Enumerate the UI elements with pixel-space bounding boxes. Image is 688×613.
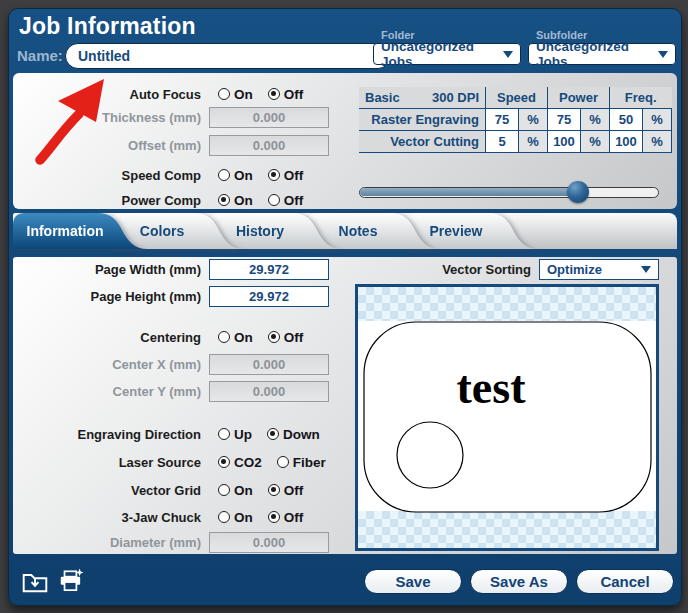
radio-label: On (234, 193, 253, 208)
slider-fill (360, 188, 575, 196)
page-height-value: 29.972 (249, 289, 289, 304)
vector-cutting-label: Vector Cutting (359, 131, 486, 153)
radio-icon (218, 511, 230, 523)
percent-unit: % (519, 131, 548, 153)
folder-dropdown[interactable]: Uncategorized Jobs (373, 43, 521, 65)
folder-value: Uncategorized Jobs (381, 39, 503, 69)
raster-speed-value[interactable]: 75 (486, 109, 519, 131)
dialog-title: Job Information (19, 13, 196, 40)
percent-unit: % (581, 131, 610, 153)
preview-rounded-rect (364, 322, 651, 512)
information-tab-panel: Page Width (mm) 29.972 Page Height (mm) … (13, 257, 677, 554)
center-x-input[interactable]: 0.000 (209, 354, 329, 375)
centering-label: Centering (13, 330, 201, 345)
page-width-label: Page Width (mm) (13, 262, 201, 277)
radio-label: Down (283, 427, 320, 442)
print-job-icon[interactable] (57, 567, 85, 595)
job-preview-canvas[interactable]: test (355, 284, 659, 551)
vector-sorting-value: Optimize (547, 262, 602, 277)
tab-information[interactable]: Information (13, 213, 147, 249)
radio-selected-icon (267, 428, 279, 440)
tab-strip: Information Colors History Notes Preview (13, 213, 677, 249)
percent-unit: % (643, 109, 672, 131)
radio-selected-icon (268, 511, 280, 523)
radio-selected-icon (218, 456, 230, 468)
job-information-dialog: Job Information Name: Untitled Folder Un… (8, 8, 682, 606)
vector-speed-value[interactable]: 5 (486, 131, 519, 153)
jaw-chuck-on-radio[interactable]: On (218, 510, 253, 525)
save-label: Save (395, 573, 430, 590)
auto-focus-on-radio[interactable]: On (218, 87, 253, 102)
thickness-label: Thickness (mm) (13, 110, 201, 125)
table-header-row: Basic 300 DPI Speed Power Freq. (359, 87, 672, 109)
screen-background: Job Information Name: Untitled Folder Un… (0, 0, 688, 613)
jaw-chuck-label: 3-Jaw Chuck (13, 510, 201, 525)
mode-label: Basic (365, 90, 400, 105)
table-row: Vector Cutting 5 % 100 % 100 % (359, 131, 672, 153)
save-button[interactable]: Save (364, 569, 462, 594)
power-comp-label: Power Comp (13, 193, 201, 208)
cancel-button[interactable]: Cancel (576, 569, 674, 594)
power-comp-on-radio[interactable]: On (218, 193, 253, 208)
vector-sorting-label: Vector Sorting (359, 262, 531, 277)
power-slider[interactable] (359, 181, 659, 203)
offset-label: Offset (mm) (13, 138, 201, 153)
page-width-input[interactable]: 29.972 (209, 259, 329, 280)
power-comp-off-radio[interactable]: Off (268, 193, 304, 208)
speed-comp-on-radio[interactable]: On (218, 168, 253, 183)
slider-thumb[interactable] (567, 181, 589, 203)
speed-column-header: Speed (486, 87, 548, 109)
radio-icon (218, 428, 230, 440)
direction-up-radio[interactable]: Up (218, 427, 252, 442)
page-height-label: Page Height (mm) (13, 289, 201, 304)
raster-freq-value[interactable]: 50 (610, 109, 643, 131)
speed-comp-off-radio[interactable]: Off (268, 168, 304, 183)
laser-fiber-radio[interactable]: Fiber (277, 455, 326, 470)
offset-input[interactable]: 0.000 (209, 135, 329, 156)
name-input[interactable]: Untitled (65, 43, 391, 69)
auto-focus-label: Auto Focus (13, 87, 201, 102)
page-height-input[interactable]: 29.972 (209, 286, 329, 307)
radio-icon (268, 194, 280, 206)
offset-value: 0.000 (253, 138, 286, 153)
vector-sorting-dropdown[interactable]: Optimize (539, 259, 659, 280)
radio-label: Off (284, 510, 304, 525)
radio-label: CO2 (234, 455, 262, 470)
auto-focus-off-radio[interactable]: Off (268, 87, 304, 102)
subfolder-dropdown[interactable]: Uncategorized Jobs (528, 43, 676, 65)
chevron-down-icon (641, 266, 651, 273)
center-x-label: Center X (mm) (13, 357, 201, 372)
center-y-input[interactable]: 0.000 (209, 381, 329, 402)
radio-selected-icon (268, 88, 280, 100)
center-y-label: Center Y (mm) (13, 384, 201, 399)
diameter-input[interactable]: 0.000 (209, 532, 329, 553)
engraving-direction-label: Engraving Direction (13, 427, 201, 442)
radio-selected-icon (268, 484, 280, 496)
chevron-down-icon (503, 51, 513, 58)
dpi-label: 300 DPI (432, 90, 479, 105)
radio-icon (218, 88, 230, 100)
name-label: Name: (17, 47, 63, 64)
direction-down-radio[interactable]: Down (267, 427, 320, 442)
centering-off-radio[interactable]: Off (268, 330, 304, 345)
centering-on-radio[interactable]: On (218, 330, 253, 345)
jaw-chuck-off-radio[interactable]: Off (268, 510, 304, 525)
power-settings-table: Basic 300 DPI Speed Power Freq. Raster E… (359, 87, 672, 153)
vector-grid-on-radio[interactable]: On (218, 483, 253, 498)
laser-co2-radio[interactable]: CO2 (218, 455, 262, 470)
radio-icon (218, 169, 230, 181)
speed-comp-label: Speed Comp (13, 168, 201, 183)
vector-grid-label: Vector Grid (13, 483, 201, 498)
vector-freq-value[interactable]: 100 (610, 131, 643, 153)
import-job-icon[interactable] (21, 567, 49, 595)
radio-label: On (234, 87, 253, 102)
vector-grid-off-radio[interactable]: Off (268, 483, 304, 498)
diameter-value: 0.000 (253, 535, 286, 550)
percent-unit: % (643, 131, 672, 153)
power-column-header: Power (548, 87, 610, 109)
thickness-input[interactable]: 0.000 (209, 107, 329, 128)
raster-power-value[interactable]: 75 (548, 109, 581, 131)
vector-power-value[interactable]: 100 (548, 131, 581, 153)
save-as-button[interactable]: Save As (470, 569, 568, 594)
radio-label: Up (234, 427, 252, 442)
